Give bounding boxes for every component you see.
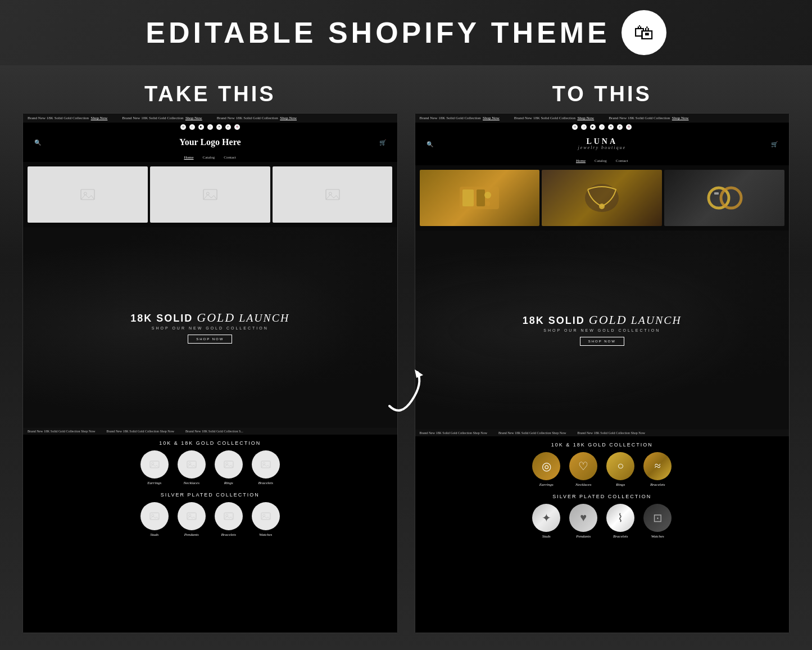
left-bracelets-label: Bracelets (258, 481, 273, 485)
left-gold-items: Earrings Necklaces (28, 450, 393, 485)
svg-point-31 (721, 188, 741, 208)
youtube-icon[interactable]: ▶ (198, 124, 204, 130)
right-watches-item: ⊡ Watches (643, 504, 672, 539)
left-shop-now-1[interactable]: Shop Now (91, 116, 108, 120)
right-website-frame: Brand New 18K Solid Gold Collection Shop… (415, 113, 790, 633)
left-studs-circle[interactable] (140, 502, 169, 530)
ring-emoji: ○ (617, 459, 624, 472)
right-facebook-icon[interactable]: f (581, 124, 587, 130)
left-rings-circle[interactable] (215, 450, 243, 479)
right-social-bar: ⊙ f ▶ ♪ ✕ P 👻 (415, 123, 790, 132)
left-shop-now-6[interactable]: S... (239, 430, 243, 433)
watch-emoji: ⊡ (653, 511, 663, 525)
instagram-icon[interactable]: ⊙ (180, 124, 186, 130)
earrings-emoji: ◎ (542, 459, 551, 473)
left-watches-item: Watches (252, 502, 280, 537)
right-shop-now-3[interactable]: Shop Now (672, 116, 689, 120)
left-rings-label: Rings (224, 481, 233, 485)
svg-point-26 (484, 192, 491, 198)
right-pendants-item: ♥ Pendants (569, 504, 597, 539)
svg-rect-0 (81, 189, 94, 200)
right-nav-contact[interactable]: Contact (616, 159, 628, 163)
right-silver-title: SILVER PLATED COLLECTION (420, 494, 785, 499)
left-watches-circle[interactable] (252, 502, 280, 530)
left-bracelets-circle[interactable] (252, 450, 280, 479)
right-hero-subheading: SHOP OUR NEW GOLD COLLECTION (543, 328, 660, 332)
right-search-icon[interactable]: 🔍 (427, 141, 433, 147)
right-silver-bracelets-circle[interactable]: ⌇ (606, 504, 634, 532)
right-pendants-circle[interactable]: ♥ (569, 504, 597, 532)
right-shop-now-4[interactable]: Shop Now (473, 431, 488, 435)
left-shop-now-4[interactable]: Shop Now (81, 430, 96, 433)
right-youtube-icon[interactable]: ▶ (590, 124, 596, 130)
right-gold-items: ◎ Earrings ♡ Necklaces ○ Ri (420, 452, 785, 487)
right-instagram-icon[interactable]: ⊙ (572, 124, 578, 130)
right-panel-label: TO THIS (415, 82, 790, 106)
left-necklaces-item: Necklaces (178, 450, 206, 485)
right-watches-circle[interactable]: ⊡ (643, 504, 672, 532)
right-heading-gold-script: GOLD Launch (589, 313, 682, 327)
left-shop-now-button[interactable]: SHOP NOW (188, 335, 232, 344)
left-rings-placeholder (223, 459, 234, 470)
left-studs-label: Studs (150, 532, 158, 537)
left-nav-contact[interactable]: Contact (224, 155, 236, 160)
right-shop-now-button[interactable]: SHOP NOW (580, 337, 624, 346)
right-shop-now-5[interactable]: Shop Now (552, 431, 566, 435)
left-earrings-circle[interactable] (140, 450, 169, 479)
right-silver-items: ✦ Studs ♥ Pendants ⌇ Bracel (420, 504, 785, 539)
right-silver-bracelets-label: Bracelets (613, 534, 628, 539)
left-shop-now-2[interactable]: Shop Now (185, 116, 202, 120)
studs-emoji: ✦ (542, 511, 551, 525)
left-announcement-text-3: Brand New 18K Solid Gold Collection Shop… (217, 116, 297, 120)
right-shop-now-6[interactable]: Shop Now (631, 431, 646, 435)
svg-rect-14 (150, 513, 159, 520)
snapchat-icon[interactable]: 👻 (234, 124, 240, 130)
left-shop-now-5[interactable]: Shop Now (160, 430, 175, 433)
right-shop-now-1[interactable]: Shop Now (483, 116, 500, 120)
left-cart-icon[interactable]: 🛒 (379, 139, 386, 146)
left-nav-catalog[interactable]: Catalog (203, 155, 215, 160)
right-announcement-text: Brand New 18K Solid Gold Collection Shop… (420, 116, 500, 120)
right-tiktok-icon[interactable]: ♪ (599, 124, 605, 130)
right-bracelets-circle[interactable]: ≈ (643, 452, 672, 480)
main-content: TAKE THIS Brand New 18K Solid Gold Colle… (0, 65, 812, 650)
tiktok-icon[interactable]: ♪ (207, 124, 213, 130)
left-necklaces-circle[interactable] (178, 450, 206, 479)
left-pendants-item: Pendants (178, 502, 206, 537)
left-heading-gold-script: GOLD Launch (197, 310, 289, 324)
facebook-icon[interactable]: f (189, 124, 195, 130)
left-hero-img-2 (150, 166, 270, 223)
left-shop-now-3[interactable]: Shop Now (280, 116, 297, 120)
left-silver-items: Studs Pendants (28, 502, 393, 537)
pinterest-icon[interactable]: P (225, 124, 231, 130)
placeholder-icon-3 (324, 186, 341, 203)
left-announcement-bar-2: Brand New 18K Solid Gold Collection Shop… (23, 428, 397, 435)
left-pendants-circle[interactable] (178, 502, 206, 530)
right-earrings-circle[interactable]: ◎ (532, 452, 560, 480)
right-watches-label: Watches (651, 534, 664, 539)
svg-rect-4 (326, 189, 339, 200)
left-search-icon[interactable]: 🔍 (34, 139, 41, 146)
right-x-icon[interactable]: ✕ (608, 124, 614, 130)
right-rings-circle[interactable]: ○ (606, 452, 634, 480)
right-earrings-item: ◎ Earrings (532, 452, 560, 487)
right-earrings-label: Earrings (539, 482, 554, 487)
right-cart-icon[interactable]: 🛒 (771, 141, 778, 147)
left-earrings-item: Earrings (140, 450, 169, 485)
right-necklaces-circle[interactable]: ♡ (569, 452, 597, 480)
right-gold-collection: 10K & 18K GOLD COLLECTION ◎ Earrings ♡ N… (415, 436, 790, 633)
right-shop-now-2[interactable]: Shop Now (577, 116, 594, 120)
svg-rect-6 (150, 461, 159, 468)
left-nav-home[interactable]: Home (184, 155, 193, 160)
right-nav-home[interactable]: Home (576, 159, 586, 163)
x-icon[interactable]: ✕ (216, 124, 222, 130)
left-watches-label: Watches (259, 532, 272, 537)
left-hero-heading: 18K SOLID GOLD Launch (130, 312, 289, 324)
right-pinterest-icon[interactable]: P (617, 124, 623, 130)
right-nav-catalog[interactable]: Catalog (595, 159, 607, 163)
right-studs-circle[interactable]: ✦ (532, 504, 560, 532)
svg-rect-16 (187, 513, 196, 520)
left-silver-bracelets-circle[interactable] (215, 502, 243, 530)
left-nav-links: Home Catalog Contact (23, 153, 397, 162)
right-snapchat-icon[interactable]: 👻 (626, 124, 632, 130)
